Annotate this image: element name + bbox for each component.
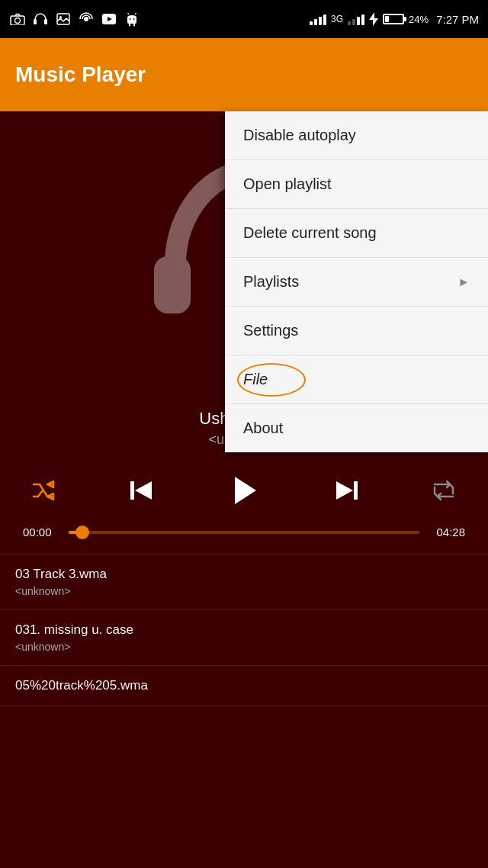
youtube-icon: [101, 11, 117, 27]
menu-item-open-playlist[interactable]: Open playlist: [225, 160, 488, 209]
menu-item-delete-current-song[interactable]: Delete current song: [225, 209, 488, 258]
svg-point-1: [15, 18, 21, 24]
menu-item-file[interactable]: File: [225, 355, 488, 404]
network-label: 3G: [331, 14, 343, 24]
chevron-right-icon: ►: [458, 275, 470, 289]
android-icon: [124, 11, 140, 27]
svg-point-10: [133, 18, 135, 20]
radio-icon: [78, 11, 95, 27]
status-bar: 3G 24% 7:27 PM: [0, 0, 488, 38]
menu-item-settings[interactable]: Settings: [225, 307, 488, 355]
app-title: Music Player: [15, 63, 146, 87]
battery-icon: [383, 14, 404, 24]
signal-bars-1: [310, 13, 326, 25]
battery-percent: 24%: [409, 14, 429, 25]
image-icon: [55, 11, 72, 27]
headphones-status-icon: [32, 11, 49, 27]
menu-item-about[interactable]: About: [225, 404, 488, 452]
signal-bars-2: [348, 13, 364, 25]
menu-item-disable-autoplay[interactable]: Disable autoplay: [225, 111, 488, 160]
dropdown-menu: Disable autoplay Open playlist Delete cu…: [225, 111, 488, 452]
svg-point-9: [130, 18, 131, 20]
svg-rect-3: [44, 19, 47, 24]
menu-item-playlists[interactable]: Playlists ►: [225, 258, 488, 307]
svg-line-11: [128, 13, 130, 14]
status-right: 3G 24% 7:27 PM: [310, 12, 479, 26]
status-icons: [9, 11, 140, 27]
svg-line-12: [135, 13, 136, 14]
svg-marker-13: [369, 12, 378, 26]
camera-icon: [9, 11, 26, 27]
charging-icon: [369, 12, 378, 26]
svg-rect-2: [34, 19, 37, 24]
time-display: 7:27 PM: [436, 13, 479, 26]
dropdown-overlay: Disable autoplay Open playlist Delete cu…: [0, 111, 488, 868]
main-content: Usher_Burn <unknown>: [0, 111, 488, 868]
svg-point-6: [84, 17, 88, 21]
app-header: Music Player: [0, 38, 488, 111]
